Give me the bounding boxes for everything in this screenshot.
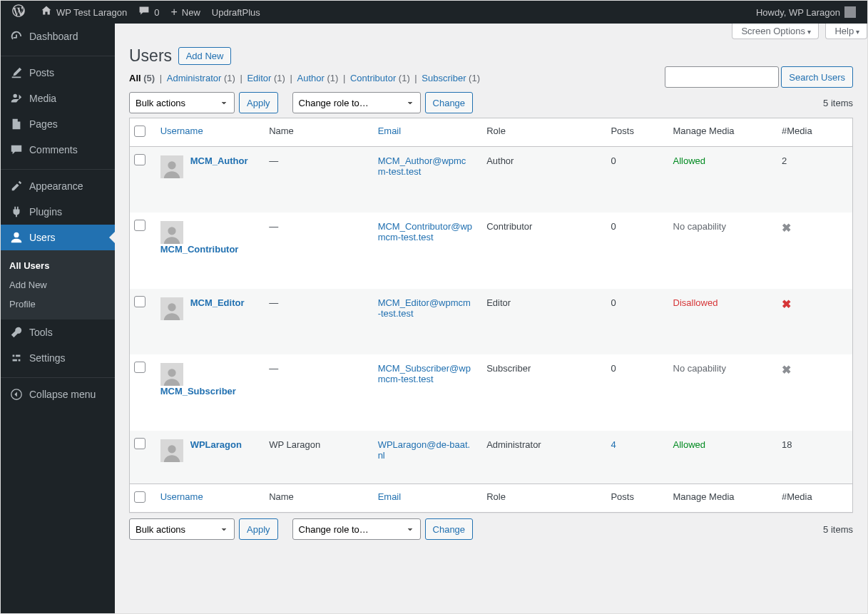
menu-collapse[interactable]: Collapse menu [1,382,115,407]
menu-posts[interactable]: Posts [1,60,115,86]
select-all-bottom[interactable] [134,491,145,503]
posts-icon [9,66,24,80]
table-row: MCM_Subscriber—MCM_Subscriber@wpmcm-test… [130,354,852,431]
col-posts: Posts [603,118,665,147]
select-row[interactable] [134,154,145,165]
filter-contributor[interactable]: Contributor (1) [350,73,410,83]
name-cell: WP Laragon [262,431,370,483]
table-row: MCM_Contributor—MCM_Contributor@wpmcm-te… [130,213,852,289]
menu-media[interactable]: Media [1,86,115,111]
menu-tools[interactable]: Tools [1,319,115,345]
media-cell: ✖ [775,289,852,354]
bulk-actions-select-bottom[interactable]: Bulk actions [129,518,235,540]
name-cell: — [262,354,370,431]
bulk-apply-button-bottom[interactable]: Apply [239,518,278,540]
email-link[interactable]: WPLaragon@de-baat.nl [378,439,471,461]
name-cell: — [262,289,370,354]
page-title: Users [129,46,172,66]
updraftplus-link[interactable]: UpdraftPlus [206,1,266,24]
media-cell: 18 [775,431,852,483]
filter-all[interactable]: All (5) [129,73,155,83]
bulk-apply-button[interactable]: Apply [239,92,278,113]
my-account-link[interactable]: Howdy, WP Laragon [750,1,862,24]
screen-options-toggle[interactable]: Screen Options [732,24,818,39]
new-content-link[interactable]: +New [165,1,205,24]
svg-point-4 [168,369,175,377]
col-username[interactable]: Username [153,118,262,147]
menu-dashboard[interactable]: Dashboard [1,24,115,49]
change-role-button-bottom[interactable]: Change [425,518,474,540]
col-name[interactable]: Name [262,118,370,147]
name-cell: — [262,213,370,289]
name-cell: — [262,147,370,213]
select-row[interactable] [134,362,145,373]
menu-label: Comments [29,144,78,155]
menu-appearance[interactable]: Appearance [1,173,115,199]
select-all-top[interactable] [134,126,145,137]
avatar [160,439,183,462]
admin-bar: WP Test Laragon 0 +New UpdraftPlus Howdy… [1,1,867,24]
username-link[interactable]: MCM_Editor [190,297,245,308]
menu-pages[interactable]: Pages [1,111,115,137]
email-link[interactable]: MCM_Subscriber@wpmcm-test.test [378,363,471,384]
filter-subscriber[interactable]: Subscriber (1) [422,73,480,83]
select-row[interactable] [134,296,145,307]
email-link[interactable]: MCM_Author@wpmcm-test.test [378,155,466,177]
posts-cell: 0 [603,354,665,431]
item-count-bottom: 5 items [823,524,853,535]
menu-label: Collapse menu [29,389,96,400]
menu-users[interactable]: Users [1,225,115,250]
wp-logo[interactable] [6,1,35,24]
add-new-user-button[interactable]: Add New [178,47,232,65]
search-users-button[interactable]: Search Users [781,66,853,88]
comments-count: 0 [154,7,159,18]
menu-label: Settings [29,352,66,364]
svg-point-5 [168,445,175,453]
help-toggle[interactable]: Help [825,24,867,39]
howdy-text: Howdy, WP Laragon [756,7,840,18]
posts-cell[interactable]: 4 [603,431,665,483]
menu-plugins[interactable]: Plugins [1,199,115,225]
filter-editor[interactable]: Editor (1) [247,73,285,83]
filter-administrator[interactable]: Administrator (1) [167,73,235,83]
submenu-item[interactable]: Profile [1,295,115,314]
col-manage: Manage Media [666,118,775,147]
username-link[interactable]: MCM_Contributor [160,244,239,255]
comment-icon [138,5,150,19]
search-users-input[interactable] [665,66,779,88]
submenu-item[interactable]: All Users [1,256,115,275]
menu-label: Media [29,93,56,104]
avatar [160,297,183,320]
plugins-icon [9,205,24,219]
select-row[interactable] [134,438,145,449]
site-name-link[interactable]: WP Test Laragon [35,1,133,24]
new-label: New [182,7,200,18]
change-role-button[interactable]: Change [425,92,474,113]
change-role-select-bottom[interactable]: Change role to… [292,518,421,540]
email-link[interactable]: MCM_Editor@wpmcm-test.test [378,297,471,319]
filter-author[interactable]: Author (1) [297,73,339,83]
username-link[interactable]: MCM_Author [190,155,248,166]
menu-label: Tools [29,327,53,338]
x-icon: ✖ [782,298,791,310]
svg-point-2 [168,227,175,235]
table-row: MCM_Author—MCM_Author@wpmcm-test.testAut… [130,147,852,213]
email-link[interactable]: MCM_Contributor@wpmcm-test.test [378,221,472,242]
username-link[interactable]: MCM_Subscriber [160,386,236,396]
username-link[interactable]: WPLaragon [190,439,242,450]
select-row[interactable] [134,220,145,231]
menu-settings[interactable]: Settings [1,345,115,371]
change-role-select[interactable]: Change role to… [292,92,421,113]
posts-cell: 0 [603,289,665,354]
svg-point-1 [168,161,175,169]
home-icon [41,5,52,19]
posts-cell: 0 [603,213,665,289]
media-cell: ✖ [775,213,852,289]
submenu-item[interactable]: Add New [1,275,115,295]
bulk-actions-select[interactable]: Bulk actions [129,92,235,113]
comments-icon [9,143,24,157]
comments-link[interactable]: 0 [133,1,165,24]
col-email[interactable]: Email [371,118,479,147]
dashboard-icon [9,29,24,44]
menu-comments[interactable]: Comments [1,137,115,163]
